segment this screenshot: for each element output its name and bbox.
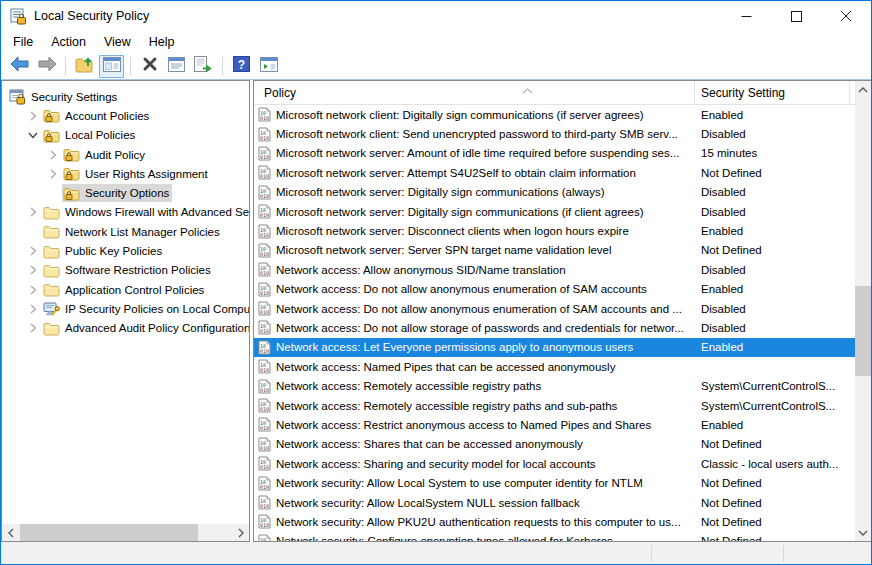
properties-button[interactable] <box>164 55 189 78</box>
policy-row-network-access-shares-that-can-be-accessed-anonymo[interactable]: 10010 Network access: Shares that can be… <box>254 435 855 454</box>
scroll-left-icon[interactable] <box>2 524 19 541</box>
tree-item-label: Application Control Policies <box>65 284 204 296</box>
policy-row-network-access-sharing-and-security-model-for-loca[interactable]: 10010 Network access: Sharing and securi… <box>254 454 855 473</box>
policy-row-microsoft-network-server-digitally-sign-communicat[interactable]: 10010 Microsoft network server: Digitall… <box>254 202 855 221</box>
policy-row-microsoft-network-client-digitally-sign-communicat[interactable]: 10010 Microsoft network client: Digitall… <box>254 105 855 124</box>
policy-document-icon: 10010 <box>258 127 271 142</box>
minimize-button[interactable] <box>721 1 771 31</box>
policy-setting-value: Enabled <box>695 341 855 353</box>
action-pane-button[interactable] <box>256 55 281 78</box>
sort-ascending-icon <box>522 83 533 97</box>
column-header-policy[interactable]: Policy <box>254 81 695 105</box>
menu-help[interactable]: Help <box>140 32 184 52</box>
back-button[interactable] <box>7 55 32 78</box>
show-console-tree-button[interactable] <box>99 55 124 78</box>
tree-expand-chevron-icon[interactable] <box>24 282 42 298</box>
tree-horizontal-scrollbar[interactable] <box>2 524 249 541</box>
policy-row-network-security-allow-local-system-to-use-compute[interactable]: 10010 Network security: Allow Local Syst… <box>254 473 855 492</box>
policy-row-network-access-do-not-allow-anonymous-enumeration-[interactable]: 10010 Network access: Do not allow anony… <box>254 299 855 318</box>
list-vertical-scrollbar[interactable] <box>855 81 871 541</box>
policy-row-network-access-named-pipes-that-can-be-accessed-an[interactable]: 10010 Network access: Named Pipes that c… <box>254 357 855 376</box>
scroll-down-icon[interactable] <box>855 524 871 541</box>
title-bar: Local Security Policy <box>1 1 871 31</box>
show-console-tree-icon <box>103 57 121 76</box>
list-scrollbar-thumb[interactable] <box>855 286 871 376</box>
policy-row-microsoft-network-server-attempt-s4u2self-to-obtai[interactable]: 10010 Microsoft network server: Attempt … <box>254 163 855 182</box>
policy-document-icon: 10010 <box>258 204 271 219</box>
policy-row-microsoft-network-server-amount-of-idle-time-requi[interactable]: 10010 Microsoft network server: Amount o… <box>254 144 855 163</box>
policy-row-microsoft-network-server-digitally-sign-communicat[interactable]: 10010 Microsoft network server: Digitall… <box>254 183 855 202</box>
tree-item-windows-firewall-with-advanced-secu[interactable]: Windows Firewall with Advanced Secu <box>2 203 249 222</box>
scroll-up-icon[interactable] <box>855 81 871 98</box>
tree-item-local-policies[interactable]: Local Policies <box>2 126 249 145</box>
policy-row-network-security-allow-localsystem-null-session-fa[interactable]: 10010 Network security: Allow LocalSyste… <box>254 493 855 512</box>
tree-expand-chevron-icon[interactable] <box>24 262 42 278</box>
help-button[interactable]: ? <box>229 55 254 78</box>
tree-item-account-policies[interactable]: Account Policies <box>2 106 249 125</box>
tree-expand-chevron-icon[interactable] <box>24 243 42 259</box>
scroll-right-icon[interactable] <box>232 524 249 541</box>
tree-item-ip-security-policies-on-local-compute[interactable]: IP Security Policies on Local Compute <box>2 299 249 318</box>
policy-row-microsoft-network-server-disconnect-clients-when-l[interactable]: 10010 Microsoft network server: Disconne… <box>254 221 855 240</box>
policy-row-network-access-let-everyone-permissions-apply-to-a[interactable]: 10010 Network access: Let Everyone permi… <box>254 338 855 357</box>
up-one-level-button[interactable] <box>72 55 97 78</box>
policy-row-network-access-remotely-accessible-registry-paths[interactable]: 10010 Network access: Remotely accessibl… <box>254 376 855 395</box>
svg-text:010: 010 <box>260 309 269 315</box>
policy-name: Network access: Do not allow storage of … <box>276 322 684 334</box>
policy-setting-value: System\CurrentControlS... <box>695 380 855 392</box>
policy-row-network-security-configure-encryption-types-allowe[interactable]: 10010 Network security: Configure encryp… <box>254 532 855 541</box>
tree-item-audit-policy[interactable]: Audit Policy <box>2 145 249 164</box>
tree-expand-chevron-icon[interactable] <box>44 166 62 182</box>
tree-item-advanced-audit-policy-configuration[interactable]: Advanced Audit Policy Configuration <box>2 319 249 338</box>
tree-expand-chevron-icon[interactable] <box>24 204 42 220</box>
tree-item-user-rights-assignment[interactable]: User Rights Assignment <box>2 164 249 183</box>
policy-row-network-access-restrict-anonymous-access-to-named-[interactable]: 10010 Network access: Restrict anonymous… <box>254 415 855 434</box>
tree-item-security-settings[interactable]: Security Settings <box>2 87 249 106</box>
close-button[interactable] <box>821 1 871 31</box>
toolbar-separator <box>130 57 131 75</box>
svg-text:010: 010 <box>260 173 269 179</box>
tree-expand-chevron-icon[interactable] <box>24 301 42 317</box>
policy-row-network-access-remotely-accessible-registry-paths-[interactable]: 10010 Network access: Remotely accessibl… <box>254 396 855 415</box>
tree-expand-chevron-icon[interactable] <box>24 127 42 143</box>
menu-view[interactable]: View <box>95 32 140 52</box>
forward-button[interactable] <box>34 55 59 78</box>
tree-expand-chevron-icon[interactable] <box>24 320 42 336</box>
policy-row-network-access-do-not-allow-anonymous-enumeration-[interactable]: 10010 Network access: Do not allow anony… <box>254 280 855 299</box>
policy-name: Network access: Remotely accessible regi… <box>276 380 541 392</box>
svg-text:010: 010 <box>260 347 269 353</box>
column-header-policy-label: Policy <box>264 86 296 100</box>
policy-name: Network access: Shares that can be acces… <box>276 438 583 450</box>
policy-row-microsoft-network-server-server-spn-target-name-va[interactable]: 10010 Microsoft network server: Server S… <box>254 241 855 260</box>
tree-item-public-key-policies[interactable]: Public Key Policies <box>2 241 249 260</box>
policy-row-network-access-allow-anonymous-sid-name-translatio[interactable]: 10010 Network access: Allow anonymous SI… <box>254 260 855 279</box>
export-list-button[interactable] <box>191 55 216 78</box>
tree-item-network-list-manager-policies[interactable]: Network List Manager Policies <box>2 222 249 241</box>
tree-expand-chevron-icon[interactable] <box>24 108 42 124</box>
svg-text:010: 010 <box>260 212 269 218</box>
policy-row-microsoft-network-client-send-unencrypted-password[interactable]: 10010 Microsoft network client: Send une… <box>254 124 855 143</box>
tree-expand-chevron-icon[interactable] <box>44 147 62 163</box>
column-header-security-setting[interactable]: Security Setting <box>695 81 850 105</box>
folder-lock-icon <box>63 147 80 163</box>
policy-row-network-security-allow-pku2u-authentication-reques[interactable]: 10010 Network security: Allow PKU2U auth… <box>254 512 855 531</box>
tree-item-security-options[interactable]: Security Options <box>2 183 249 202</box>
maximize-button[interactable] <box>771 1 821 31</box>
svg-text:010: 010 <box>260 425 269 431</box>
tree-item-label: IP Security Policies on Local Compute <box>65 303 249 315</box>
menu-action[interactable]: Action <box>42 32 95 52</box>
tree-expand-chevron-icon[interactable] <box>44 185 62 201</box>
svg-text:010: 010 <box>260 406 269 412</box>
menu-file[interactable]: File <box>4 32 42 52</box>
svg-text:010: 010 <box>260 483 269 489</box>
tree-item-software-restriction-policies[interactable]: Software Restriction Policies <box>2 261 249 280</box>
delete-button[interactable] <box>137 55 162 78</box>
policy-document-icon: 10010 <box>258 398 271 413</box>
tree-item-application-control-policies[interactable]: Application Control Policies <box>2 280 249 299</box>
action-pane-icon <box>260 57 278 76</box>
policy-row-network-access-do-not-allow-storage-of-passwords-a[interactable]: 10010 Network access: Do not allow stora… <box>254 318 855 337</box>
up-one-level-icon <box>75 56 95 77</box>
tree-scrollbar-thumb[interactable] <box>20 524 198 541</box>
tree-expand-chevron-icon[interactable] <box>24 224 42 240</box>
policy-document-icon: 10010 <box>258 495 271 510</box>
